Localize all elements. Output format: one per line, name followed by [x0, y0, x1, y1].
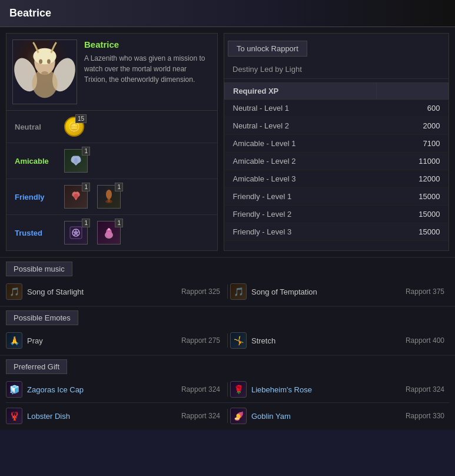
amicable-badge-1: 1 — [82, 147, 90, 156]
gifts-section: Preferred Gift 🧊 Zagoras Ice Cap Rapport… — [0, 355, 455, 430]
unlock-header: To unlock Rapport — [228, 41, 307, 57]
emote-icon-1: 🙏 — [6, 332, 22, 349]
amicable-item-1: 1 — [64, 149, 88, 173]
trusted-item-2: 1 — [97, 221, 121, 244]
xp-value-cell: 12000 — [376, 170, 448, 188]
music-item-1: 🎵 Song of Starlight Rapport 325 — [6, 283, 225, 300]
gift-item-4: 🍠 Goblin Yam Rapport 330 — [230, 408, 449, 424]
emote-item-2: 🤸 Stretch Rapport 400 — [230, 332, 449, 349]
xp-level-cell: Neutral - Level 1 — [225, 100, 377, 117]
music-icon-1: 🎵 — [6, 283, 22, 300]
svg-point-18 — [108, 228, 110, 230]
gifts-label: Preferred Gift — [6, 359, 67, 374]
gift-rapport-2: Rapport 324 — [406, 385, 449, 394]
xp-level-cell: Friendly - Level 1 — [225, 188, 377, 206]
xp-value-cell: 2000 — [376, 117, 448, 135]
gift-rapport-3: Rapport 324 — [181, 412, 225, 420]
emote-item-1: 🙏 Pray Rapport 275 — [6, 332, 225, 349]
svg-point-11 — [106, 190, 112, 199]
friendly-label: Friendly — [15, 193, 56, 201]
character-portrait — [12, 39, 77, 104]
title-bar: Beatrice — [0, 0, 455, 27]
xp-row: Neutral - Level 22000 — [225, 117, 449, 135]
gift-name-3[interactable]: Lobster Dish — [27, 412, 70, 421]
gift-icon-3: 🦞 — [6, 408, 22, 424]
page-title: Beatrice — [9, 7, 446, 19]
gift-icon-2: 🌹 — [230, 381, 247, 398]
svg-point-13 — [105, 200, 112, 203]
emote-name-1: Pray — [27, 336, 43, 345]
xp-row: Friendly - Level 215000 — [225, 206, 449, 223]
right-panel: To unlock Rapport Destiny Led by Light R… — [224, 33, 449, 251]
gift-divider-1 — [227, 382, 228, 396]
gift-icon-1: 🧊 — [6, 381, 22, 398]
music-divider — [227, 285, 228, 299]
xp-row: Friendly - Level 315000 — [225, 223, 449, 241]
rapport-level-trusted: Trusted 1 1 — [6, 215, 217, 250]
svg-point-6 — [39, 59, 42, 64]
xp-row: Amicable - Level 17100 — [225, 135, 449, 153]
xp-table: Required XP Neutral - Level 1600Neutral … — [224, 82, 449, 241]
main-content: Beatrice A Lazenith who was given a miss… — [0, 27, 455, 257]
left-panel: Beatrice A Lazenith who was given a miss… — [6, 33, 218, 251]
emotes-items-row: 🙏 Pray Rapport 275 🤸 Stretch Rapport 400 — [6, 330, 449, 351]
music-section: Possible music 🎵 Song of Starlight Rappo… — [0, 257, 455, 306]
xp-row: Amicable - Level 211000 — [225, 153, 449, 170]
rapport-level-friendly: Friendly 1 1 — [6, 179, 217, 215]
gift-item-2: 🌹 Liebeheim's Rose Rapport 324 — [230, 381, 449, 398]
gift-name-1[interactable]: Zagoras Ice Cap — [27, 385, 84, 394]
xp-row: Neutral - Level 1600 — [225, 100, 449, 117]
music-item-2: 🎵 Song of Temptation Rapport 375 — [230, 283, 449, 300]
gift-divider-2 — [227, 409, 228, 423]
xp-value-cell: 600 — [376, 100, 448, 117]
gift-rapport-1: Rapport 324 — [181, 385, 225, 394]
svg-point-10 — [74, 194, 78, 199]
xp-level-cell: Friendly - Level 3 — [225, 223, 377, 241]
amicable-label: Amicable — [15, 157, 56, 166]
xp-value-cell: 15000 — [376, 223, 448, 241]
gift-item-3: 🦞 Lobster Dish Rapport 324 — [6, 408, 225, 424]
svg-point-9 — [74, 158, 78, 164]
xp-value-cell: 7100 — [376, 135, 448, 153]
unlock-quest: Destiny Led by Light — [224, 60, 449, 79]
xp-level-cell: Amicable - Level 3 — [225, 170, 377, 188]
gifts-row-1: 🧊 Zagoras Ice Cap Rapport 324 🌹 Liebehei… — [6, 379, 449, 400]
friendly-item-2: 1 — [97, 185, 121, 209]
neutral-badge-1: 15 — [75, 114, 87, 123]
svg-point-8 — [41, 71, 48, 75]
neutral-item-1: 15 🪙 — [64, 117, 84, 137]
gift-name-4[interactable]: Goblin Yam — [251, 412, 291, 421]
xp-col-level: Required XP — [225, 83, 377, 100]
xp-value-cell: 11000 — [376, 153, 448, 170]
trusted-label: Trusted — [15, 229, 56, 237]
gifts-row-2: 🦞 Lobster Dish Rapport 324 🍠 Goblin Yam … — [6, 405, 449, 427]
xp-value-cell: 15000 — [376, 206, 448, 223]
music-icon-2: 🎵 — [230, 283, 247, 300]
gift-item-1: 🧊 Zagoras Ice Cap Rapport 324 — [6, 381, 225, 398]
music-rapport-2: Rapport 375 — [406, 287, 449, 296]
trusted-badge-1: 1 — [82, 219, 90, 227]
friendly-badge-2: 1 — [115, 183, 123, 191]
character-name: Beatrice — [84, 39, 211, 49]
xp-level-cell: Amicable - Level 2 — [225, 153, 377, 170]
xp-level-cell: Neutral - Level 2 — [225, 117, 377, 135]
emotes-section: Possible Emotes 🙏 Pray Rapport 275 🤸 Str… — [0, 306, 455, 355]
emote-divider — [227, 333, 228, 348]
trusted-item-1: 1 — [64, 221, 88, 244]
character-header: Beatrice A Lazenith who was given a miss… — [6, 34, 217, 111]
gift-name-2[interactable]: Liebeheim's Rose — [251, 385, 312, 394]
gifts-divider — [6, 402, 449, 403]
emote-rapport-2: Rapport 400 — [406, 336, 449, 345]
trusted-badge-2: 1 — [115, 219, 123, 227]
xp-level-cell: Amicable - Level 1 — [225, 135, 377, 153]
xp-row: Friendly - Level 115000 — [225, 188, 449, 206]
xp-row: Amicable - Level 312000 — [225, 170, 449, 188]
rapport-level-neutral: Neutral 15 🪙 — [6, 111, 217, 143]
xp-level-cell: Friendly - Level 2 — [225, 206, 377, 223]
music-items-row: 🎵 Song of Starlight Rapport 325 🎵 Song o… — [6, 281, 449, 302]
emote-icon-2: 🤸 — [230, 332, 247, 349]
emotes-label: Possible Emotes — [6, 310, 78, 325]
music-name-1: Song of Starlight — [27, 287, 84, 296]
character-description: A Lazenith who was given a mission to wa… — [84, 53, 211, 85]
emote-name-2: Stretch — [251, 336, 275, 345]
